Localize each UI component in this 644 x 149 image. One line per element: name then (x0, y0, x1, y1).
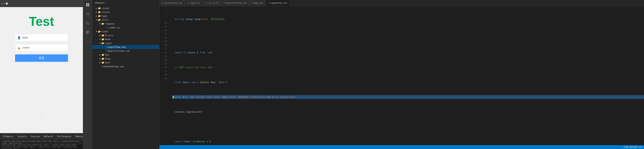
file-label: index.ts (109, 26, 120, 29)
file-loginview-vue[interactable]: V LoginVlew.vue (92, 45, 159, 49)
source-control-icon[interactable] (85, 20, 91, 26)
folder-label: User (105, 61, 110, 64)
folder-pay[interactable]: ▶ 📁 Pay (92, 53, 159, 57)
svg-rect-10 (86, 32, 88, 34)
svg-rect-2 (86, 5, 88, 6)
svg-rect-8 (86, 31, 88, 32)
arrow-icon: ▼ (98, 23, 102, 25)
code-line-gap: ⋮ (172, 32, 644, 39)
vue-icon: V (224, 2, 225, 4)
code-line-29 (172, 125, 644, 129)
arrow-icon: ▶ (98, 54, 102, 56)
editor-content: 1 ·· 24 25 26 27 28 29 30 31 32 33 34 35… (160, 6, 644, 145)
file-label: GSXHomeView.vue (104, 65, 124, 68)
explorer-icon[interactable] (85, 2, 91, 8)
devtools-tabs: Elements Console Sources Network Perform… (0, 133, 83, 140)
tab-oplistview[interactable]: V opListView.vue (160, 0, 185, 6)
folder-type[interactable]: ▶ 📁 type (92, 14, 159, 18)
folder-errors[interactable]: ▶ 📁 Errors (92, 33, 159, 37)
extensions-icon[interactable] (85, 29, 91, 35)
code-area: <script setup lang="ts"> 显示组件用法 ⋮ import… (169, 6, 644, 145)
username-input-row: 👤 (15, 34, 68, 41)
folder-stores[interactable]: ▶ 📁 stores (92, 10, 159, 14)
activity-bar: ··· (83, 0, 92, 149)
folder-views[interactable]: ▼ 📂 views (92, 29, 159, 33)
code-line-25: // 使用 inject 注入 $xss 方法 (172, 65, 644, 69)
svg-rect-1 (88, 3, 89, 4)
folder-label: utils (102, 18, 108, 21)
tab-performance[interactable]: Performance (56, 135, 73, 139)
file-label: LoginVlew.vue (108, 46, 126, 48)
folder-user[interactable]: ▶ 📁 User (92, 61, 159, 64)
ellipsis-icon[interactable]: ··· (85, 38, 91, 44)
editor-tabs: V opListView.vue ts main.ts ts xss.d.ts … (160, 0, 644, 6)
arrow-icon: ▶ (98, 62, 102, 64)
folder-shop[interactable]: ▶ 📁 Shop (92, 57, 159, 61)
svg-rect-0 (86, 3, 88, 4)
svg-rect-3 (88, 5, 89, 6)
folder-label: Home (105, 38, 110, 41)
arrow-icon: ▶ (98, 34, 102, 36)
user-icon: 👤 (17, 36, 21, 39)
tab-console[interactable]: Console (16, 135, 28, 139)
svg-point-4 (86, 13, 88, 15)
file-explorer: Project ▾ ▶ 📁 router ▶ 📁 stores ▶ 📁 type… (92, 0, 160, 149)
browser-panel: ⬅ ➡ 🔄 Test 👤 🔒 登录 ▾ Elements Console Sou… (0, 0, 83, 149)
tab-network[interactable]: Network (42, 135, 54, 139)
browser-content: Test 👤 🔒 登录 ▾ (0, 7, 83, 133)
file-gsxhomeview-vue[interactable]: V GSXHomeView.vue (92, 64, 159, 68)
test-heading: Test (0, 7, 83, 34)
tab-appvue[interactable]: V App.vue (249, 0, 266, 6)
folder-label: stores (102, 11, 110, 13)
csdn-label: CSDN 收到消息 114 (624, 146, 642, 149)
search-icon[interactable] (85, 11, 91, 17)
folder-request[interactable]: ▼ 📂 request (92, 22, 159, 26)
status-bar: CSDN 收到消息 114 (160, 145, 644, 149)
folder-login[interactable]: ▼ 📂 Login (92, 41, 159, 45)
vue-icon: V (268, 2, 269, 4)
login-form: 👤 🔒 登录 (0, 34, 83, 62)
code-line-30: const rules: FormRules = { (172, 140, 644, 143)
folder-label: request (105, 22, 115, 25)
tab-elements[interactable]: Elements (2, 135, 15, 139)
folder-label: Pay (105, 53, 109, 56)
arrow-icon: ▶ (95, 15, 98, 17)
tab-xss-dts[interactable]: ts xss.d.ts (202, 0, 221, 6)
tab-main-ts[interactable]: ts main.ts (185, 0, 202, 6)
folder-utils[interactable]: ▼ 📂 utils (92, 18, 159, 22)
arrow-icon: ▶ (95, 11, 98, 13)
password-input[interactable] (22, 46, 66, 49)
code-line-28: console.log($xss(b)) (172, 110, 644, 114)
code-line-24: import { inject } from 'vue' (172, 51, 644, 54)
ts-icon: ts (187, 2, 190, 4)
browser-toolbar: ⬅ ➡ 🔄 (0, 0, 83, 7)
tab-loginview[interactable]: V LoginView.vue (266, 0, 290, 6)
tab-sources[interactable]: Sources (29, 135, 41, 139)
code-line-1: <script setup lang="ts"> 显示组件用法 (172, 17, 644, 21)
file-registerview-vue[interactable]: V RegisterView.vue (92, 49, 159, 53)
project-label: Project ▾ (95, 2, 107, 4)
tab-registerview[interactable]: V RegisterView.vue (222, 0, 249, 6)
arrow-icon: ▶ (98, 58, 102, 60)
folder-router[interactable]: ▶ 📁 router (92, 6, 159, 10)
vue-icon: V (252, 2, 253, 4)
arrow-icon: ▶ (95, 7, 98, 9)
file-index-ts[interactable]: ts index.ts (92, 26, 159, 29)
status-text: --vueuse-safe-area-top: env(safe-area-in… (2, 140, 82, 144)
username-input[interactable] (22, 36, 66, 39)
arrow-icon: ▶ (98, 38, 102, 40)
svg-line-5 (88, 15, 89, 15)
folder-home[interactable]: ▶ 📁 Home (92, 37, 159, 41)
code-line-27: const b = '<h1 style=\'font-size: 60px;c… (172, 95, 644, 99)
active-dot (172, 96, 174, 98)
editor-area: V opListView.vue ts main.ts ts xss.d.ts … (160, 0, 644, 149)
file-label: RegisterView.vue (108, 50, 130, 52)
arrow-icon: ▼ (98, 42, 102, 44)
folder-label: router (102, 7, 110, 9)
password-input-row: 🔒 (15, 44, 68, 52)
ts-icon: ts (205, 2, 207, 4)
login-button[interactable]: 登录 (15, 54, 68, 62)
folder-label: Shop (105, 57, 110, 60)
line-numbers: 1 ·· 24 25 26 27 28 29 30 31 32 33 34 35… (160, 6, 169, 145)
explorer-header: Project ▾ (92, 0, 159, 6)
